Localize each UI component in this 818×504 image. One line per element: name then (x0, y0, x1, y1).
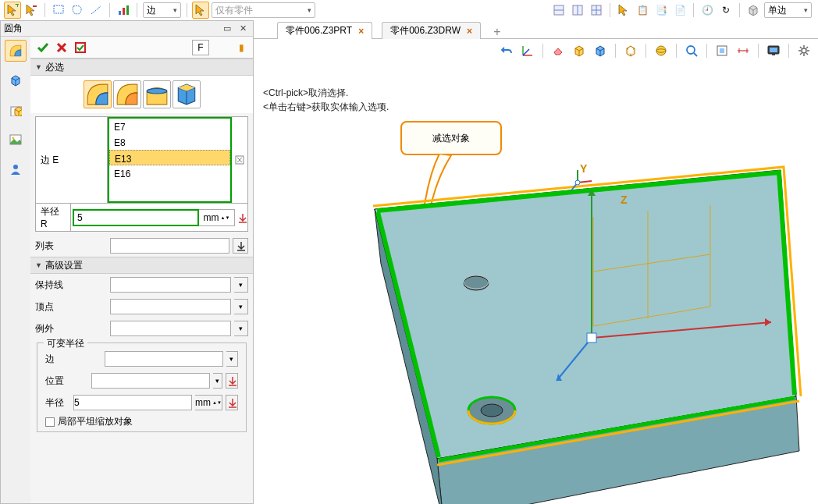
keepline-drop[interactable]: ▾ (234, 277, 248, 293)
vt-cube-w-icon[interactable] (622, 42, 639, 59)
var-edge-drop[interactable]: ▾ (226, 351, 238, 367)
tab-close-icon[interactable]: × (358, 26, 364, 37)
hint-text: <Ctrl-pick>取消选择. <单击右键>获取实体输入选项. (263, 86, 389, 114)
edge-list[interactable]: E7 E8 E13 E16 (108, 117, 232, 203)
fillet-type-4[interactable] (172, 80, 201, 108)
vt-cube-b-icon[interactable] (592, 42, 609, 59)
tb-wireframe-icon[interactable] (745, 2, 762, 19)
variable-radius-legend: 可变半径 (44, 337, 87, 350)
panel-close-icon[interactable]: ✕ (236, 23, 250, 34)
pointer-tool-2[interactable] (192, 2, 209, 19)
var-edge-label: 边 (45, 353, 101, 366)
var-radius-input[interactable] (73, 395, 192, 410)
sel-lasso-icon[interactable] (69, 2, 86, 19)
sel-line-icon[interactable] (87, 2, 105, 19)
tb-a[interactable] (550, 2, 567, 19)
section-advanced-header[interactable]: ▼ 高级设置 (30, 257, 253, 274)
chart-icon[interactable] (115, 2, 132, 19)
var-radius-dl-icon[interactable] (226, 395, 238, 410)
radius-unit[interactable]: mm ▲▼ (199, 209, 235, 226)
tb-refresh-icon[interactable]: ↻ (717, 2, 734, 19)
panel-expand-icon[interactable]: ▮ (233, 40, 250, 55)
var-radius-unit[interactable]: mm ▲▼ (195, 395, 222, 410)
local-scale-row[interactable]: 局部平坦缩放对象 (41, 413, 243, 430)
exception-input[interactable] (110, 321, 231, 336)
tb-history-icon[interactable]: 🕘 (699, 2, 716, 19)
local-scale-checkbox[interactable] (45, 417, 55, 427)
ok-button[interactable] (34, 39, 52, 56)
vt-gear-icon[interactable] (795, 42, 813, 59)
side-user-icon[interactable] (5, 158, 27, 180)
pointer-minus[interactable] (23, 2, 40, 19)
tab-close-icon[interactable]: × (467, 26, 472, 37)
tb-b[interactable] (569, 2, 586, 19)
list-input[interactable] (110, 238, 229, 254)
edge-item[interactable]: E16 (109, 165, 230, 181)
var-edge-input[interactable] (105, 351, 223, 367)
exception-drop[interactable]: ▾ (234, 321, 248, 336)
viewport-pane: 零件006.Z3PRT × 零件006.Z3DRW × + <Ctrl-pick… (254, 20, 818, 504)
radius-input[interactable] (73, 209, 199, 226)
fillet-panel: 圆角 ▭ ✕ ⊢ F ▮ ▼ 必选 (0, 20, 254, 504)
vertex-input[interactable] (110, 299, 231, 314)
side-fillet-icon[interactable] (5, 40, 27, 62)
side-cube-icon[interactable]: ⊢ (5, 69, 27, 91)
edge-item-selected[interactable]: E13 (109, 150, 230, 165)
keepline-input[interactable] (110, 277, 231, 293)
var-pos-dl-icon[interactable] (226, 373, 238, 389)
vt-cube-y-icon[interactable] (571, 42, 588, 59)
cancel-button[interactable] (53, 39, 70, 56)
edge-item[interactable]: E8 (109, 134, 230, 150)
filter-single-edge[interactable]: 单边▾ (764, 2, 812, 18)
fillet-type-1[interactable] (84, 80, 112, 108)
radius-dl-icon[interactable] (237, 212, 247, 223)
var-pos-input[interactable] (91, 373, 210, 389)
sel-box-icon[interactable] (50, 2, 67, 19)
tb-c[interactable] (588, 2, 605, 19)
tab-z3drw[interactable]: 零件006.Z3DRW × (382, 22, 481, 39)
edge-label: 边 E (36, 117, 108, 203)
tb-pointer3[interactable] (615, 2, 632, 19)
list-add-icon[interactable] (233, 238, 248, 254)
tab-z3prt[interactable]: 零件006.Z3PRT × (277, 22, 372, 39)
vt-dim-icon[interactable] (734, 42, 752, 59)
panel-minimize-icon[interactable]: ▭ (220, 23, 234, 34)
vt-zoom-icon[interactable] (683, 42, 700, 59)
edge-pick-icon[interactable] (234, 154, 245, 165)
var-pos-drop[interactable]: ▾ (213, 373, 222, 389)
vt-square-icon[interactable] (713, 42, 731, 59)
canvas[interactable]: <Ctrl-pick>取消选择. <单击右键>获取实体输入选项. 减选对象 (254, 62, 818, 504)
svg-point-76 (464, 276, 489, 290)
var-pos-label: 位置 (45, 374, 88, 388)
side-cube2-icon[interactable] (5, 99, 27, 121)
keepline-label: 保持线 (35, 279, 107, 292)
tb-e[interactable]: 📑 (653, 2, 670, 19)
info-button[interactable] (212, 40, 229, 55)
fillet-type-2[interactable] (113, 80, 141, 108)
vt-axis-icon[interactable] (519, 42, 536, 59)
side-image-icon[interactable] (5, 129, 27, 151)
vertex-label: 顶点 (35, 300, 107, 314)
svg-rect-54 (54, 5, 63, 13)
f-button[interactable]: F (192, 40, 209, 55)
local-scale-label: 局部平坦缩放对象 (58, 415, 133, 428)
vertex-drop[interactable]: ▾ (234, 299, 248, 314)
vt-sphere-icon[interactable] (653, 42, 670, 59)
fillet-type-3[interactable] (143, 80, 171, 108)
axis-z-label: Z (621, 193, 628, 206)
tb-d[interactable]: 📋 (634, 2, 651, 19)
vt-undo-icon[interactable] (498, 42, 515, 59)
radius-label: 半径 R (36, 204, 71, 231)
apply-button[interactable] (72, 39, 89, 56)
filter-parts-dropdown[interactable]: 仅有零件▾ (212, 2, 315, 18)
tb-f[interactable]: 📄 (671, 2, 688, 19)
viewport-toolbar (254, 39, 818, 62)
vt-eraser-icon[interactable] (549, 42, 567, 59)
tab-add-icon[interactable]: + (490, 25, 504, 39)
vt-monitor-icon[interactable] (765, 42, 782, 59)
edge-item[interactable]: E7 (109, 119, 230, 134)
pointer-tool[interactable]: + (4, 2, 21, 19)
filter-edges-dropdown[interactable]: 边▾ (143, 2, 181, 18)
section-required-header[interactable]: ▼ 必选 (30, 59, 253, 76)
svg-line-55 (91, 6, 101, 14)
